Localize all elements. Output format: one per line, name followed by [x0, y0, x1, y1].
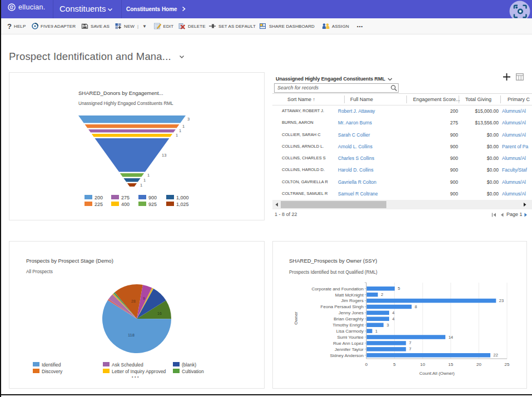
svg-text:Rue Ann Lopez: Rue Ann Lopez [333, 341, 364, 346]
svg-text:14: 14 [449, 335, 453, 340]
svg-text:Jim Rogers: Jim Rogers [341, 298, 364, 303]
svg-text:Timothy Enright: Timothy Enright [332, 323, 364, 328]
svg-text:22: 22 [494, 353, 498, 358]
svg-text:Identified: Identified [42, 362, 61, 368]
svg-text:•••: ••• [132, 375, 140, 379]
svg-text:Matt McKnight: Matt McKnight [335, 293, 364, 298]
svg-text:Cultivation: Cultivation [182, 369, 204, 374]
svg-text:8: 8 [415, 304, 417, 309]
svg-text:(blank): (blank) [182, 362, 196, 368]
svg-text:10: 10 [420, 362, 425, 367]
svg-text:1: 1 [182, 124, 185, 129]
svg-text:275: 275 [121, 195, 130, 200]
svg-text:Prospects by Prospect Stage (D: Prospects by Prospect Stage (Demo) [26, 258, 113, 264]
svg-text:Owner: Owner [294, 311, 299, 325]
svg-text:225: 225 [95, 202, 103, 207]
svg-text:1: 1 [176, 133, 178, 138]
svg-text:3: 3 [386, 323, 389, 328]
svg-text:Lisa Carmody: Lisa Carmody [336, 329, 364, 334]
svg-text:25: 25 [505, 362, 510, 367]
svg-text:Sidney Anderson: Sidney Anderson [330, 353, 364, 358]
svg-text:7: 7 [409, 346, 411, 351]
svg-text:SHARED_Donors by Engagement...: SHARED_Donors by Engagement... [78, 90, 163, 96]
svg-text:Prospects Identified but not Q: Prospects Identified but not Qualified (… [289, 270, 377, 275]
svg-text:5: 5 [393, 362, 396, 367]
svg-text:Jennifer Taylor: Jennifer Taylor [335, 347, 364, 352]
svg-text:925: 925 [148, 202, 157, 207]
svg-text:5: 5 [398, 286, 400, 291]
svg-text:Sumi Yourtee: Sumi Yourtee [337, 335, 364, 340]
svg-text:1,000: 1,000 [176, 195, 189, 200]
svg-text:400: 400 [121, 202, 130, 207]
svg-text:3: 3 [187, 117, 190, 122]
svg-text:All Prospects: All Prospects [26, 269, 53, 274]
svg-text:Ask Scheduled: Ask Scheduled [112, 362, 143, 368]
svg-text:Feona Persaud Singh: Feona Persaud Singh [321, 304, 364, 309]
svg-text:Brian Geraghty: Brian Geraghty [334, 316, 364, 321]
svg-text:SHARED_Prospects by Owner (SSY: SHARED_Prospects by Owner (SSY) [289, 258, 377, 264]
svg-text:1: 1 [140, 183, 142, 188]
svg-text:0: 0 [365, 362, 368, 367]
svg-text:Unassigned Highly Engaged Cons: Unassigned Highly Engaged Constituents R… [78, 101, 173, 106]
svg-text:Corporate and Foundation: Corporate and Foundation [312, 287, 364, 292]
svg-text:Count:All (Owner): Count:All (Owner) [419, 371, 455, 376]
svg-text:900: 900 [148, 195, 157, 200]
svg-text:15: 15 [448, 362, 453, 367]
svg-text:1: 1 [375, 329, 377, 334]
svg-text:4: 4 [392, 310, 395, 315]
svg-text:28: 28 [131, 299, 136, 303]
svg-text:1: 1 [179, 128, 181, 133]
svg-text:16: 16 [157, 311, 162, 315]
svg-text:1: 1 [147, 173, 150, 178]
svg-text:13: 13 [162, 153, 166, 158]
svg-text:1,025: 1,025 [176, 202, 189, 207]
svg-text:1: 1 [143, 178, 146, 183]
svg-text:7: 7 [409, 340, 411, 345]
svg-text:2: 2 [381, 292, 383, 297]
svg-text:20: 20 [476, 362, 481, 367]
svg-text:9: 9 [143, 297, 145, 300]
svg-text:4: 4 [392, 316, 395, 321]
svg-text:Discovery: Discovery [42, 369, 63, 374]
svg-text:Letter of Inquiry Approved: Letter of Inquiry Approved [112, 369, 166, 374]
svg-text:200: 200 [95, 195, 103, 200]
svg-text:Jenny Jones: Jenny Jones [339, 310, 364, 315]
svg-text:118: 118 [128, 333, 135, 338]
svg-text:23: 23 [499, 298, 504, 303]
